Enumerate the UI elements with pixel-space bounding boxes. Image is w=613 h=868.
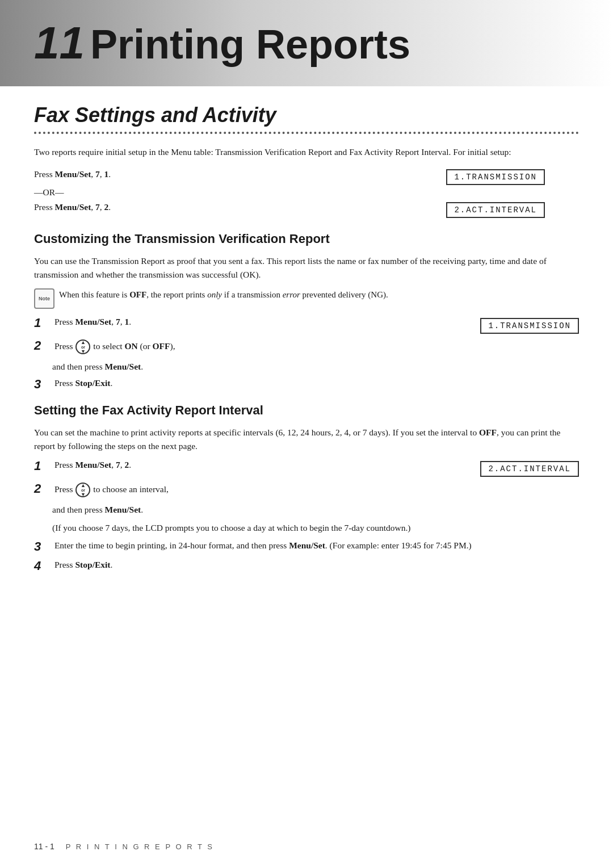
sub2-step-1-content: Press Menu/Set, 7, 2. <box>52 460 480 470</box>
lcd-transmission-1: 1.TRANSMISSION <box>446 169 545 185</box>
sub1-step-3: 3 Press Stop/Exit. <box>34 378 579 392</box>
step-number-2: 2 <box>34 338 52 353</box>
arrow-button-icon[interactable]: ▲ or ▼ <box>75 339 90 354</box>
subsection1-body: You can use the Transmission Report as p… <box>34 254 579 282</box>
sub2-step-1-row: 1 Press Menu/Set, 7, 2. 2.ACT.INTERVAL <box>34 460 579 477</box>
step-number-1: 1 <box>34 316 52 330</box>
sub2-step-number-2: 2 <box>34 481 52 496</box>
chapter-number: 11 <box>34 17 85 69</box>
arrow-up-label-2: ▲ <box>81 483 86 488</box>
page: 11 Printing Reports Fax Settings and Act… <box>0 0 613 868</box>
sub2-step-3: 3 Enter the time to begin printing, in 2… <box>34 540 579 554</box>
sub2-step-number-3: 3 <box>34 539 52 554</box>
sub2-step-number-4: 4 <box>34 559 52 573</box>
arrow-down-label: ▼ <box>81 349 86 354</box>
note-text: When this feature is OFF, the report pri… <box>59 288 388 301</box>
sub1-step-1-left: 1 Press Menu/Set, 7, 1. <box>34 317 480 330</box>
divider-line <box>34 132 579 134</box>
chapter-header: 11 Printing Reports <box>0 0 613 86</box>
subsection2-body: You can set the machine to print activit… <box>34 426 579 453</box>
sub1-step-2-substep: and then press Menu/Set. <box>52 360 579 374</box>
setup-step-2-row: Press Menu/Set, 7, 2. 2.ACT.INTERVAL <box>34 202 579 218</box>
footer-page-number: 11 - 1 <box>34 842 54 851</box>
sub2-step-1: 1 Press Menu/Set, 7, 2. 2.ACT.INTERVAL <box>34 460 579 477</box>
intro-paragraph: Two reports require initial setup in the… <box>34 145 579 159</box>
sub1-step-2: 2 Press ▲ or ▼ to select ON (or OFF), <box>34 339 579 354</box>
note-icon: Note <box>34 288 54 309</box>
note-box: Note When this feature is OFF, the repor… <box>34 288 579 309</box>
setup-step-1-row: Press Menu/Set, 7, 1. 1.TRANSMISSION <box>34 169 579 185</box>
sub2-step-2-substep: and then press Menu/Set. <box>52 503 579 517</box>
page-footer: 11 - 1 P R I N T I N G R E P O R T S <box>34 842 579 851</box>
step-number-3: 3 <box>34 377 52 392</box>
chapter-title-text: Printing Reports <box>90 21 410 68</box>
lcd-act-interval-1: 2.ACT.INTERVAL <box>446 202 545 218</box>
sub2-step-2: 2 Press ▲ or ▼ to choose an interval, <box>34 483 579 497</box>
sub1-step-1-content: Press Menu/Set, 7, 1. <box>52 317 480 327</box>
arrow-up-label: ▲ <box>81 340 86 345</box>
section-title: Fax Settings and Activity <box>0 103 613 127</box>
sub1-step-1: 1 Press Menu/Set, 7, 1. 1.TRANSMISSION <box>34 317 579 334</box>
arrow-button-icon-2[interactable]: ▲ or ▼ <box>75 483 90 497</box>
chapter-title: 11 Printing Reports <box>34 17 579 69</box>
interval-note: (If you choose 7 days, the LCD prompts y… <box>52 521 579 535</box>
sub1-step-1-row: 1 Press Menu/Set, 7, 1. 1.TRANSMISSION <box>34 317 579 334</box>
sub1-step-2-content: Press ▲ or ▼ to select ON (or OFF), <box>52 339 579 354</box>
subsection2-heading: Setting the Fax Activity Report Interval <box>34 403 579 418</box>
sub1-step-3-content: Press Stop/Exit. <box>52 378 579 388</box>
setup-step-2-text: Press Menu/Set, 7, 2. <box>34 202 148 212</box>
subsection1-heading: Customizing the Transmission Verificatio… <box>34 232 579 246</box>
lcd-act-interval-2: 2.ACT.INTERVAL <box>480 461 579 477</box>
sub2-step-3-content: Enter the time to begin printing, in 24-… <box>52 540 579 551</box>
sub2-step-number-1: 1 <box>34 459 52 473</box>
lcd-transmission-2: 1.TRANSMISSION <box>480 318 579 334</box>
content-area: Two reports require initial setup in the… <box>0 145 613 573</box>
or-separator: —OR— <box>34 187 579 198</box>
sub2-step-2-content: Press ▲ or ▼ to choose an interval, <box>52 483 579 497</box>
sub2-step-4: 4 Press Stop/Exit. <box>34 560 579 573</box>
footer-chapter-title: P R I N T I N G R E P O R T S <box>66 842 214 851</box>
sub2-step-4-content: Press Stop/Exit. <box>52 560 579 570</box>
setup-step-1-text: Press Menu/Set, 7, 1. <box>34 169 148 179</box>
arrow-down-label-2: ▼ <box>81 492 86 497</box>
sub2-step-1-left: 1 Press Menu/Set, 7, 2. <box>34 460 480 473</box>
section-divider <box>0 132 613 134</box>
